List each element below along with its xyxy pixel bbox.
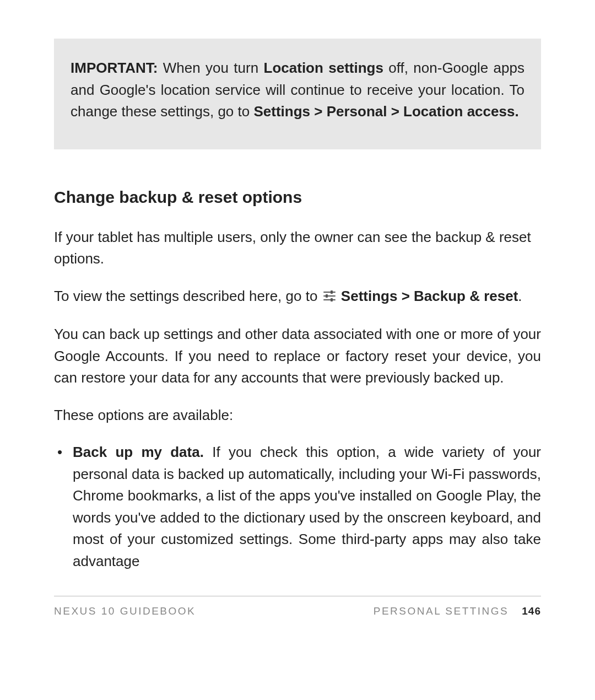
settings-path-paragraph: To view the settings described here, go … — [54, 286, 541, 309]
location-settings-bold: Location settings — [264, 60, 383, 76]
page-footer: NEXUS 10 GUIDEBOOK PERSONAL SETTINGS 146 — [54, 596, 541, 617]
footer-book-title: NEXUS 10 GUIDEBOOK — [54, 605, 196, 617]
intro-paragraph: If your tablet has multiple users, only … — [54, 227, 541, 270]
svg-rect-3 — [331, 290, 333, 294]
backup-reset-path-bold: Settings > Backup & reset — [341, 288, 518, 304]
section-heading: Change backup & reset options — [54, 188, 541, 207]
backup-description: You can back up settings and other data … — [54, 324, 541, 389]
options-list: Back up my data. If you check this optio… — [54, 441, 541, 572]
settings-path-bold: Settings > Personal > Location access. — [253, 103, 518, 120]
list-item: Back up my data. If you check this optio… — [54, 441, 541, 572]
svg-rect-5 — [331, 298, 333, 301]
document-page: IMPORTANT: When you turn Location settin… — [0, 0, 595, 700]
footer-page-number: 146 — [522, 605, 541, 617]
important-callout-box: IMPORTANT: When you turn Location settin… — [54, 39, 541, 149]
important-callout-text: IMPORTANT: When you turn Location settin… — [71, 57, 524, 123]
important-label: IMPORTANT: — [71, 60, 158, 76]
footer-section-name: PERSONAL SETTINGS — [374, 605, 509, 617]
option-body: If you check this option, a wide variety… — [73, 444, 541, 569]
svg-rect-4 — [326, 294, 328, 298]
options-intro: These options are available: — [54, 405, 541, 427]
option-title: Back up my data. — [73, 444, 204, 460]
settings-sliders-icon — [323, 287, 336, 309]
body-content: If your tablet has multiple users, only … — [54, 227, 541, 573]
